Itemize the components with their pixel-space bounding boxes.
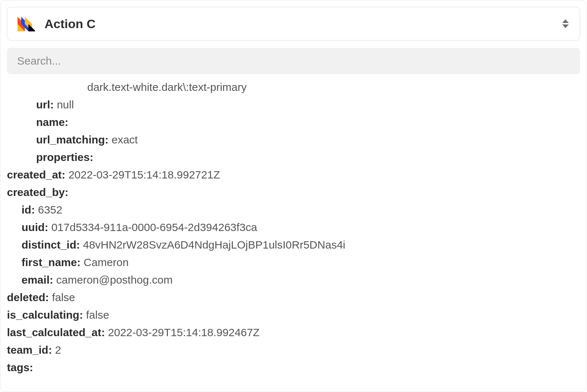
action-details: dark.text-white.dark\:text-primary url: … bbox=[7, 78, 580, 376]
field-created-by-distinct-id: distinct_id: 48vHN2rW28SvzA6D4NdgHajLOjB… bbox=[7, 236, 580, 254]
field-name: name: bbox=[7, 114, 580, 131]
field-tags: tags: bbox=[7, 359, 580, 376]
selector-sort-icon bbox=[561, 18, 569, 29]
field-created-by-email: email: cameron@posthog.com bbox=[7, 271, 580, 289]
field-created-by-uuid: uuid: 017d5334-911a-0000-6954-2d394263f3… bbox=[7, 219, 580, 236]
field-url: url: null bbox=[7, 96, 580, 114]
field-last-calculated-at: last_calculated_at: 2022-03-29T15:14:18.… bbox=[7, 324, 580, 341]
action-selector[interactable]: Action C bbox=[7, 7, 580, 41]
field-deleted: deleted: false bbox=[7, 289, 580, 306]
action-detail-panel: Action C dark.text-white.dark\:text-prim… bbox=[0, 0, 587, 392]
field-properties: properties: bbox=[7, 149, 580, 166]
field-is-calculating: is_calculating: false bbox=[7, 306, 580, 324]
search-input[interactable] bbox=[7, 48, 580, 74]
selector-overflow-text: dark.text-white.dark\:text-primary bbox=[7, 78, 580, 96]
field-url-matching: url_matching: exact bbox=[7, 131, 580, 149]
posthog-logo-icon bbox=[18, 16, 35, 31]
field-created-by-id: id: 6352 bbox=[7, 201, 580, 219]
field-team-id: team_id: 2 bbox=[7, 341, 580, 359]
field-created-at: created_at: 2022-03-29T15:14:18.992721Z bbox=[7, 166, 580, 184]
field-created-by: created_by: bbox=[7, 184, 580, 201]
field-created-by-first-name: first_name: Cameron bbox=[7, 254, 580, 271]
action-selector-label: Action C bbox=[45, 17, 96, 31]
